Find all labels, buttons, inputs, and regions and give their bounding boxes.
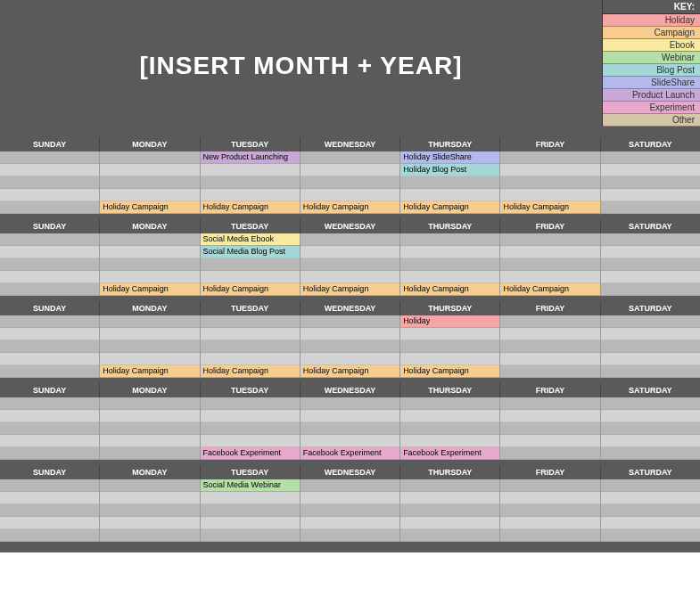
calendar-slot[interactable] [201,328,300,340]
calendar-slot[interactable] [301,353,399,365]
calendar-slot[interactable] [0,151,99,164]
calendar-slot[interactable] [500,447,599,460]
calendar-slot[interactable] [601,422,700,435]
calendar-slot[interactable] [0,233,99,246]
calendar-slot[interactable] [601,328,700,340]
calendar-slot[interactable] [0,258,99,271]
calendar-slot[interactable]: Holiday Campaign [201,365,300,378]
calendar-slot[interactable] [500,271,599,283]
calendar-slot[interactable] [500,353,599,365]
calendar-slot[interactable] [400,435,499,447]
calendar-slot[interactable] [0,435,99,447]
calendar-slot[interactable] [400,479,499,492]
calendar-slot[interactable] [301,315,399,328]
calendar-slot[interactable] [201,176,300,189]
calendar-slot[interactable] [500,246,599,258]
calendar-slot[interactable] [0,479,99,492]
calendar-slot[interactable] [100,328,199,340]
calendar-slot[interactable] [500,529,599,542]
calendar-slot[interactable] [601,164,700,176]
calendar-slot[interactable] [0,397,99,410]
calendar-slot[interactable] [601,283,700,296]
calendar-slot[interactable]: Holiday Campaign [301,283,399,296]
calendar-slot[interactable] [601,315,700,328]
calendar-slot[interactable] [100,353,199,365]
calendar-slot[interactable] [201,397,300,410]
calendar-slot[interactable] [500,164,599,176]
calendar-slot[interactable] [301,233,399,246]
calendar-slot[interactable] [601,353,700,365]
calendar-slot[interactable] [601,517,700,529]
calendar-slot[interactable] [100,397,199,410]
calendar-slot[interactable] [100,340,199,353]
calendar-slot[interactable] [301,176,399,189]
calendar-slot[interactable] [601,492,700,504]
calendar-slot[interactable] [400,353,499,365]
calendar-slot[interactable] [301,258,399,271]
calendar-slot[interactable] [100,233,199,246]
calendar-slot[interactable] [201,189,300,201]
calendar-slot[interactable] [500,258,599,271]
calendar-slot[interactable]: Holiday Campaign [400,283,499,296]
calendar-slot[interactable] [0,340,99,353]
calendar-slot[interactable] [601,151,700,164]
calendar-slot[interactable] [201,422,300,435]
calendar-slot[interactable] [201,258,300,271]
calendar-slot[interactable] [0,492,99,504]
calendar-slot[interactable] [100,176,199,189]
calendar-slot[interactable] [400,492,499,504]
calendar-slot[interactable] [0,504,99,517]
calendar-slot[interactable]: Holiday SlideShare [400,151,499,164]
calendar-slot[interactable]: Social Media Blog Post [201,246,300,258]
calendar-slot[interactable] [100,164,199,176]
calendar-slot[interactable] [0,201,99,214]
calendar-slot[interactable]: Holiday Campaign [301,201,399,214]
calendar-slot[interactable] [601,201,700,214]
calendar-slot[interactable] [601,189,700,201]
calendar-slot[interactable] [500,365,599,378]
calendar-slot[interactable] [500,422,599,435]
calendar-slot[interactable] [100,258,199,271]
calendar-slot[interactable] [601,233,700,246]
calendar-slot[interactable] [601,479,700,492]
calendar-slot[interactable] [100,435,199,447]
calendar-slot[interactable] [100,517,199,529]
calendar-slot[interactable] [201,410,300,422]
calendar-slot[interactable] [400,189,499,201]
calendar-slot[interactable] [601,340,700,353]
calendar-slot[interactable]: Holiday Campaign [400,201,499,214]
calendar-slot[interactable] [301,189,399,201]
calendar-slot[interactable] [500,504,599,517]
calendar-slot[interactable]: Holiday Campaign [400,365,499,378]
calendar-slot[interactable] [400,233,499,246]
calendar-slot[interactable]: Facebook Experiment [301,447,399,460]
calendar-slot[interactable] [201,492,300,504]
calendar-slot[interactable] [301,246,399,258]
calendar-slot[interactable] [301,422,399,435]
calendar-slot[interactable] [500,151,599,164]
calendar-slot[interactable] [400,328,499,340]
calendar-slot[interactable] [100,422,199,435]
calendar-slot[interactable] [0,283,99,296]
calendar-slot[interactable]: Holiday Campaign [201,283,300,296]
calendar-slot[interactable] [100,447,199,460]
calendar-slot[interactable] [0,246,99,258]
calendar-slot[interactable] [601,176,700,189]
calendar-slot[interactable] [601,529,700,542]
calendar-slot[interactable] [301,271,399,283]
calendar-slot[interactable] [0,422,99,435]
calendar-slot[interactable] [601,246,700,258]
calendar-slot[interactable] [400,504,499,517]
calendar-slot[interactable] [601,397,700,410]
calendar-slot[interactable] [400,517,499,529]
calendar-slot[interactable] [301,504,399,517]
calendar-slot[interactable] [500,435,599,447]
calendar-slot[interactable] [500,479,599,492]
calendar-slot[interactable] [601,447,700,460]
calendar-slot[interactable] [201,315,300,328]
calendar-slot[interactable] [601,504,700,517]
calendar-slot[interactable] [100,246,199,258]
calendar-slot[interactable] [100,504,199,517]
calendar-slot[interactable]: Social Media Webinar [201,479,300,492]
calendar-slot[interactable]: Social Media Ebook [201,233,300,246]
